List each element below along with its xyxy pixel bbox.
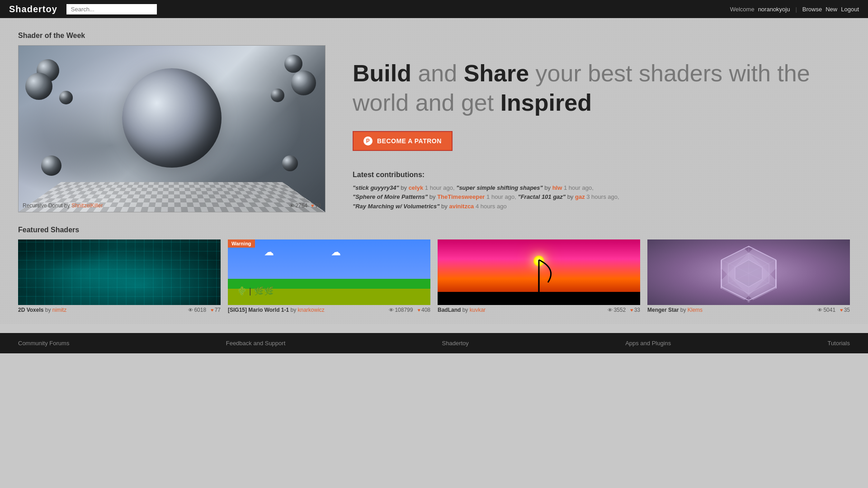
footer: Community Forums Feedback and Support Sh… [0, 333, 868, 353]
shader-stats: 108799 408 [389, 307, 430, 313]
headline-share: Share [464, 60, 529, 86]
headline-inspired: Inspired [500, 89, 592, 116]
sphere-decoration [41, 155, 61, 176]
shader-thumb-menger[interactable] [647, 239, 850, 305]
hero-image[interactable] [18, 45, 326, 212]
badland-tree-svg [525, 255, 552, 296]
sphere-decoration [271, 89, 284, 102]
footer-community[interactable]: Community Forums [18, 340, 69, 347]
shader-card-mario[interactable]: Warning [SIG15] Mario World 1-1 by knark… [228, 239, 430, 315]
hero-text: Build and Share your best shaders with t… [353, 45, 850, 211]
latest-contributions: Latest contributions: "stick guyyry34" b… [353, 169, 850, 211]
featured-grid: 2D Voxels by nimitz 6018 77 Warning [SIG… [18, 239, 850, 315]
shader-views: 6018 [188, 307, 206, 313]
sphere-main [122, 68, 222, 168]
welcome-text: Welcome [730, 6, 755, 13]
hero-author-link[interactable]: ShnitzelKiller [71, 202, 103, 209]
contrib-author: celyk [409, 184, 424, 191]
shader-card-menger[interactable]: Menger Star by Klems 5041 35 [647, 239, 850, 315]
shader-title: BadLand [438, 307, 461, 313]
contrib-title[interactable]: "super simple shifting shapes" [456, 184, 542, 191]
browse-link[interactable]: Browse [802, 6, 822, 13]
hero-caption: Recursive Donut by ShnitzelKiller 2764 7… [23, 202, 321, 209]
contrib-author: gaz [575, 193, 585, 200]
sphere-decoration [291, 70, 316, 95]
headline-build: Build [353, 60, 411, 86]
sphere-decoration [282, 155, 298, 171]
main-content: Shader of the Week Recursive Donut b [0, 18, 868, 324]
contrib-title[interactable]: "stick guyyry34" [353, 184, 399, 191]
patron-icon: P [363, 136, 373, 145]
shader-title: Menger Star [647, 307, 679, 313]
hero-views: 2764 [289, 202, 307, 209]
logo[interactable]: Shadertoy [9, 4, 57, 14]
shader-author: knarkowicz [298, 307, 325, 313]
footer-shadertoy[interactable]: Shadertoy [442, 340, 469, 347]
shader-stats: 6018 77 [188, 307, 221, 313]
section-title-sotw: Shader of the Week [18, 32, 850, 40]
shader-info: BadLand by kuvkar 3552 33 [438, 305, 640, 315]
latest-item: "super simple shifting shapes" by hlw 1 … [456, 184, 594, 191]
shader-title: 2D Voxels [18, 307, 43, 313]
latest-item: "stick guyyry34" by celyk 1 hour ago, [353, 184, 456, 191]
sphere-decoration [59, 91, 73, 104]
contrib-author: TheTimesweeper [437, 193, 485, 200]
contrib-time: 3 hours ago, [586, 193, 619, 200]
warning-badge: Warning [228, 239, 255, 248]
contrib-title[interactable]: "Ray Marching w/ Volumetrics" [353, 203, 439, 210]
shader-views: 5041 [817, 307, 835, 313]
shader-views: 3552 [608, 307, 626, 313]
shader-likes: 77 [211, 307, 221, 313]
shader-author: nimitz [52, 307, 66, 313]
search-input[interactable] [66, 4, 157, 14]
section-title-featured: Featured Shaders [18, 226, 850, 234]
contrib-time: 4 hours ago [476, 203, 507, 210]
shader-card-voxels[interactable]: 2D Voxels by nimitz 6018 77 [18, 239, 221, 315]
shader-author: kuvkar [470, 307, 486, 313]
contrib-title[interactable]: "Sphere of Moire Patterns" [353, 193, 428, 200]
latest-item: "Sphere of Moire Patterns" by TheTimeswe… [353, 193, 518, 200]
shader-title: [SIG15] Mario World 1-1 [228, 307, 289, 313]
latest-title: Latest contributions: [353, 169, 850, 181]
shader-likes: 35 [840, 307, 850, 313]
shader-title-author: 2D Voxels by nimitz [18, 307, 66, 313]
shader-title-author: BadLand by kuvkar [438, 307, 486, 313]
shader-info: Menger Star by Klems 5041 35 [647, 305, 850, 315]
contrib-title[interactable]: "Fractal 101 gaz" [518, 193, 566, 200]
latest-items: "stick guyyry34" by celyk 1 hour ago, "s… [353, 183, 850, 211]
hero-section: Recursive Donut by ShnitzelKiller 2764 7… [18, 45, 850, 212]
hero-likes: 70 [311, 202, 321, 209]
shader-card-badland[interactable]: BadLand by kuvkar 3552 33 [438, 239, 640, 315]
shader-author: Klems [688, 307, 703, 313]
shader-info: [SIG15] Mario World 1-1 by knarkowicz 10… [228, 305, 430, 315]
footer-tutorials[interactable]: Tutorials [828, 340, 850, 347]
contrib-time: 1 hour ago, [425, 184, 455, 191]
patron-button[interactable]: P BECOME A PATRON [353, 131, 453, 151]
shader-views: 108799 [389, 307, 413, 313]
shader-stats: 5041 35 [817, 307, 850, 313]
username-link[interactable]: noranokyoju [758, 6, 790, 13]
shader-info: 2D Voxels by nimitz 6018 77 [18, 305, 221, 315]
shader-stats: 3552 33 [608, 307, 640, 313]
contrib-time: 1 hour ago, [564, 184, 594, 191]
sphere-decoration [284, 55, 302, 73]
hero-image-container[interactable]: Recursive Donut by ShnitzelKiller 2764 7… [18, 45, 326, 212]
logout-link[interactable]: Logout [841, 6, 859, 13]
menger-star-svg [719, 244, 778, 303]
header: Shadertoy Welcome noranokyoju | Browse N… [0, 0, 868, 18]
shader-thumb-mario[interactable]: Warning [228, 239, 430, 305]
hero-shader-title: Recursive Donut by ShnitzelKiller [23, 202, 103, 209]
sphere-decoration [25, 73, 52, 100]
shader-likes: 33 [630, 307, 640, 313]
shader-thumb-voxels[interactable] [18, 239, 221, 305]
hero-stats: 2764 70 [289, 202, 321, 209]
contrib-author: hlw [552, 184, 562, 191]
footer-feedback[interactable]: Feedback and Support [226, 340, 286, 347]
shader-thumb-badland[interactable] [438, 239, 640, 305]
new-link[interactable]: New [826, 6, 837, 13]
shader-title-author: [SIG15] Mario World 1-1 by knarkowicz [228, 307, 325, 313]
hero-headline: Build and Share your best shaders with t… [353, 59, 850, 117]
footer-apps[interactable]: Apps and Plugins [625, 340, 671, 347]
shader-title-author: Menger Star by Klems [647, 307, 703, 313]
top-nav: Welcome noranokyoju | Browse New Logout [730, 6, 859, 13]
